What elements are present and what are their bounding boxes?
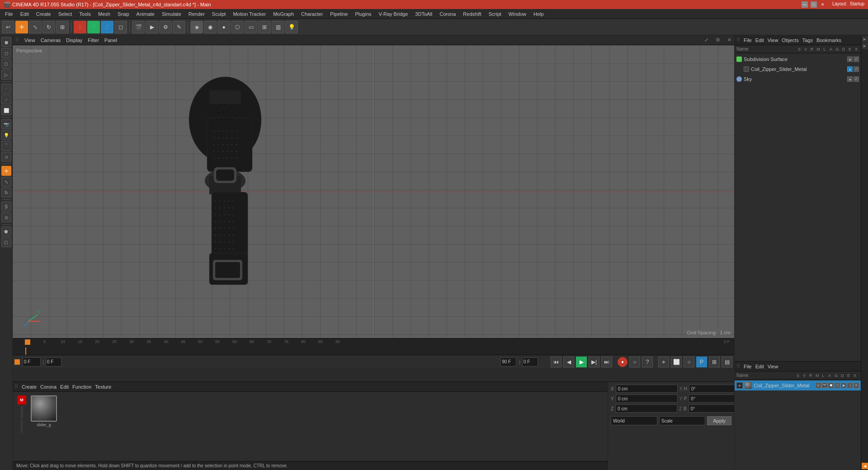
vp-maximize-icon[interactable]: ⤢ [704, 37, 708, 43]
object-coil-zipper[interactable]: Coil_Zipper_Slider_Metal ● ✓ [735, 64, 861, 74]
mat-menu-texture[interactable]: Texture [95, 384, 111, 390]
soft-select-button[interactable]: ⬠ [1, 237, 11, 247]
edit-render-button[interactable]: ✎ [173, 21, 185, 33]
object-mode-button[interactable]: ◻ [1, 48, 11, 58]
mat-icon-4[interactable]: ⬡ [835, 383, 840, 388]
keyframe-button-1[interactable]: ⋄ [658, 357, 669, 367]
obj2-visible-btn[interactable]: ● [847, 66, 853, 72]
fps-input[interactable] [522, 357, 538, 367]
menu-file[interactable]: File [2, 10, 16, 18]
shading-button[interactable]: ● [217, 21, 230, 33]
object-subdivision-surface[interactable]: Subdivision Surface ● ✓ [735, 54, 861, 64]
texture-button[interactable]: ⬡ [231, 21, 244, 33]
mat-menu-edit[interactable]: Edit [60, 384, 69, 390]
object-sky[interactable]: Sky ● ✓ [735, 74, 861, 84]
sky-check-btn[interactable]: ✓ [854, 76, 859, 82]
close-button[interactable]: ✕ [820, 1, 826, 8]
axis-x-button[interactable]: X [74, 21, 86, 33]
frame-end-input[interactable] [500, 357, 516, 367]
menu-mesh[interactable]: Mesh [95, 10, 113, 18]
render-view-button[interactable]: 🎬 [132, 21, 145, 33]
polygons-button[interactable]: ⬜ [1, 105, 11, 115]
auto-key-button[interactable]: ○ [629, 357, 640, 367]
axis-y-button[interactable]: Y [87, 21, 100, 33]
loop-select-button[interactable]: ⊙ [1, 212, 11, 222]
wireframe-button[interactable]: ◉ [204, 21, 217, 33]
mat-icon-2[interactable]: 📷 [822, 383, 827, 388]
keyframe-button-2[interactable]: ⬜ [671, 357, 682, 367]
render-settings-button[interactable]: ⚙ [159, 21, 172, 33]
vp-menu-cameras[interactable]: Cameras [41, 38, 61, 43]
transform-button[interactable]: ⊞ [56, 21, 69, 33]
grid-button[interactable]: ⊞ [258, 21, 271, 33]
menu-sculpt[interactable]: Sculpt [209, 10, 229, 18]
material-coil-zipper-item[interactable]: + Coil_Zipper_Slider_Metal ⊙ 📷 🔲 ⬡ ▶ ⟨ ✕ [735, 381, 861, 390]
menu-simulate[interactable]: Simulate [159, 10, 184, 18]
sky-visible-btn[interactable]: ● [847, 76, 853, 82]
obj-menu-file[interactable]: File [744, 38, 752, 43]
vp-settings-icon[interactable]: ⚙ [716, 37, 720, 43]
select-all-button[interactable]: S [1, 202, 11, 212]
menu-character[interactable]: Character [298, 10, 326, 18]
mat-menu-function[interactable]: Function [72, 384, 91, 390]
obj-menu-objects[interactable]: Objects [782, 38, 798, 43]
vp-menu-panel[interactable]: Panel [104, 38, 117, 43]
keyframe-button-5[interactable]: ⊞ [709, 357, 720, 367]
texture-mode-button[interactable]: ⬡ [1, 59, 11, 69]
mat-icon-7[interactable]: ✕ [854, 383, 859, 388]
menu-plugins[interactable]: Plugins [352, 10, 374, 18]
x-position-input[interactable]: 0 cm [616, 385, 678, 393]
mat-mgr-view[interactable]: View [768, 364, 778, 369]
maximize-button[interactable]: □ [811, 1, 817, 8]
menu-snap[interactable]: Snap [114, 10, 132, 18]
strip-btn-1[interactable]: ▶ [862, 36, 868, 42]
mat-mgr-edit[interactable]: Edit [755, 364, 764, 369]
menu-pipeline[interactable]: Pipeline [327, 10, 351, 18]
lights-button[interactable]: 💡 [285, 21, 298, 33]
mat-mgr-file[interactable]: File [744, 364, 752, 369]
frame-start-input[interactable] [46, 357, 61, 367]
obj-menu-view[interactable]: View [768, 38, 778, 43]
obj-visible-btn[interactable]: ● [847, 56, 853, 62]
record-button[interactable]: ● [618, 357, 627, 367]
obj-menu-bookmarks[interactable]: Bookmarks [816, 38, 841, 43]
menu-select[interactable]: Select [55, 10, 75, 18]
help-key-button[interactable]: ? [642, 357, 653, 367]
menu-tools[interactable]: Tools [76, 10, 94, 18]
material-item[interactable]: slider_g [31, 395, 57, 427]
menu-vray[interactable]: V-Ray Bridge [376, 10, 411, 18]
mat-menu-create[interactable]: Create [22, 384, 37, 390]
axis-z-button[interactable]: Z [101, 21, 113, 33]
menu-help[interactable]: Help [530, 10, 547, 18]
strip-btn-bottom[interactable]: ◀ [862, 463, 868, 469]
mat-icon-5[interactable]: ▶ [841, 383, 846, 388]
play-button[interactable]: ▶ [576, 357, 587, 367]
menu-mograph[interactable]: MoGraph [270, 10, 297, 18]
move-tool-button[interactable]: ✛ [15, 21, 28, 33]
go-start-button[interactable]: ⏮ [551, 357, 561, 367]
timeline-expand-button[interactable]: ▤ [722, 357, 732, 367]
menu-create[interactable]: Create [33, 10, 54, 18]
model-mode-button[interactable]: ◼ [1, 37, 11, 47]
keyframe-button-3[interactable]: ○ [684, 357, 694, 367]
menu-corona[interactable]: Corona [436, 10, 459, 18]
mat-icon-3[interactable]: 🔲 [828, 383, 834, 388]
go-end-button[interactable]: ⏭ [601, 357, 612, 367]
rotate-tool-button[interactable]: ↻ [42, 21, 55, 33]
menu-motion-tracker[interactable]: Motion Tracker [230, 10, 269, 18]
world-axis-button[interactable]: ◻ [114, 21, 127, 33]
background-button[interactable]: ▥ [272, 21, 284, 33]
coordinate-system-dropdown[interactable]: World Object [611, 416, 657, 425]
mat-icon-1[interactable]: ⊙ [816, 383, 821, 388]
spline-button[interactable]: ⌒ [1, 141, 11, 151]
scale-dropdown[interactable]: Scale [659, 416, 706, 425]
display-mode-button[interactable]: ◈ [190, 21, 203, 33]
menu-script[interactable]: Script [486, 10, 505, 18]
vp-menu-display[interactable]: Display [66, 38, 82, 43]
vp-menu-filter[interactable]: Filter [88, 38, 99, 43]
z-position-input[interactable]: 0 cm [615, 404, 677, 413]
viewport-canvas[interactable]: Perspective [13, 45, 734, 338]
points-button[interactable]: · [1, 84, 11, 94]
minimize-button[interactable]: — [802, 1, 808, 8]
timeline-track[interactable] [13, 348, 734, 355]
